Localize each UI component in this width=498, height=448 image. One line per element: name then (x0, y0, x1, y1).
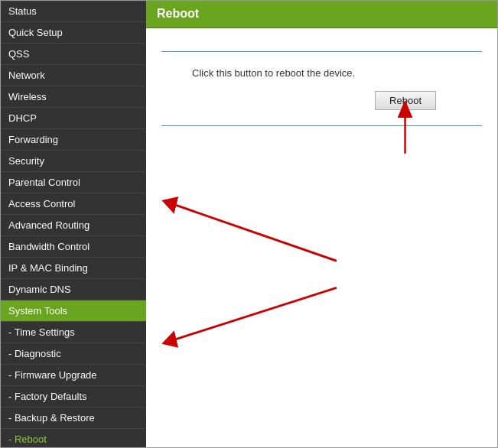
reboot-description: Click this button to reboot the device. (192, 67, 482, 79)
page-title: Reboot (146, 1, 497, 28)
svg-line-2 (169, 203, 337, 261)
sidebar-item-backup-restore[interactable]: - Backup & Restore (1, 407, 146, 429)
sidebar-item-access-control[interactable]: Access Control (1, 193, 146, 215)
main-content: Reboot Click this button to reboot the d… (146, 1, 497, 448)
sidebar-item-firmware-upgrade[interactable]: - Firmware Upgrade (1, 365, 146, 386)
sidebar: StatusQuick SetupQSSNetworkWirelessDHCPF… (1, 1, 146, 448)
sidebar-item-dhcp[interactable]: DHCP (1, 108, 146, 129)
reboot-btn-row: Reboot (161, 91, 482, 110)
reboot-button[interactable]: Reboot (375, 91, 436, 110)
sidebar-item-ip-mac-binding[interactable]: IP & MAC Binding (1, 258, 146, 279)
sidebar-item-diagnostic[interactable]: - Diagnostic (1, 343, 146, 365)
svg-line-3 (169, 287, 337, 341)
content-area: Click this button to reboot the device. … (146, 28, 497, 448)
bottom-divider (161, 125, 482, 126)
sidebar-item-time-settings[interactable]: - Time Settings (1, 322, 146, 343)
sidebar-item-bandwidth-control[interactable]: Bandwidth Control (1, 236, 146, 258)
sidebar-item-status[interactable]: Status (1, 1, 146, 22)
sidebar-item-factory-defaults[interactable]: - Factory Defaults (1, 386, 146, 407)
sidebar-item-network[interactable]: Network (1, 65, 146, 86)
sidebar-item-dynamic-dns[interactable]: Dynamic DNS (1, 279, 146, 300)
sidebar-item-forwarding[interactable]: Forwarding (1, 129, 146, 151)
sidebar-item-wireless[interactable]: Wireless (1, 86, 146, 108)
sidebar-item-security[interactable]: Security (1, 151, 146, 172)
sidebar-item-parental-control[interactable]: Parental Control (1, 172, 146, 193)
sidebar-item-advanced-routing[interactable]: Advanced Routing (1, 215, 146, 236)
sidebar-item-reboot[interactable]: - Reboot (1, 429, 146, 448)
top-divider (161, 51, 482, 52)
sidebar-item-system-tools[interactable]: System Tools (1, 300, 146, 322)
sidebar-item-quick-setup[interactable]: Quick Setup (1, 22, 146, 44)
sidebar-item-qss[interactable]: QSS (1, 44, 146, 65)
